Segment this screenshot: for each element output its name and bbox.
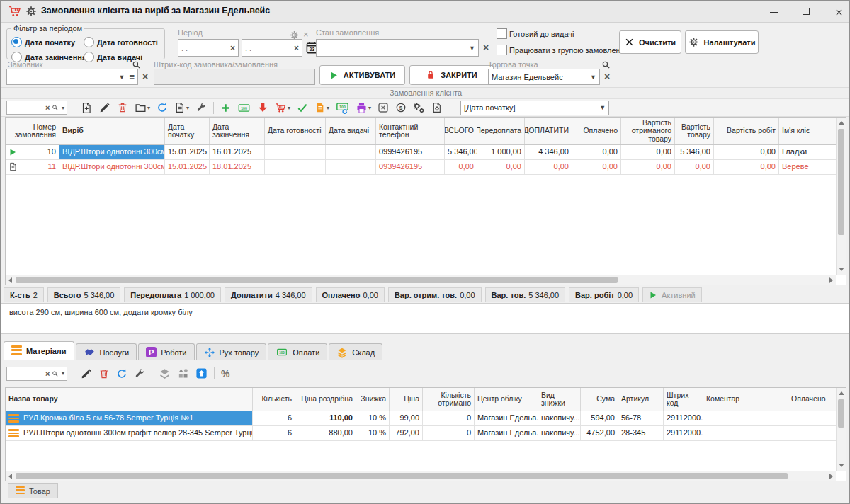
scrollbar-thumb[interactable] (16, 277, 618, 283)
group-orders-checkbox[interactable]: Працювати з групою замовлень (497, 45, 624, 55)
column-header-product[interactable]: Виріб (60, 118, 165, 144)
scroll-down-icon[interactable] (839, 268, 844, 271)
gears-button[interactable] (413, 102, 425, 114)
close-order-button[interactable]: ЗАКРИТИ (409, 65, 494, 85)
document-orange-button[interactable]: ▾ (314, 102, 329, 113)
tab-works[interactable]: P Роботи (138, 343, 194, 360)
copy-document-button[interactable]: ▾ (174, 102, 189, 113)
sort-combo[interactable]: [Дата початку] ▼ (460, 101, 609, 115)
shapes-button[interactable] (177, 367, 189, 379)
orders-search-input[interactable] (9, 103, 43, 113)
scroll-left-icon[interactable] (8, 474, 12, 479)
column-header-qty-received[interactable]: Кількість отримано (423, 388, 475, 411)
scroll-down-icon[interactable] (839, 464, 844, 467)
delete-button[interactable] (117, 102, 128, 113)
column-header-client[interactable]: Ім'я кліє (779, 118, 834, 144)
date-to-field[interactable]: . . × (242, 39, 302, 57)
column-header-comment[interactable]: Коментар (703, 388, 788, 411)
date-from-field[interactable]: . . × (178, 39, 239, 57)
materials-search-box[interactable]: × ▾ (6, 367, 67, 381)
tab-services[interactable]: Послуги (76, 343, 137, 360)
tab-goods-movement[interactable]: Рух товару (196, 343, 267, 360)
orders-horizontal-scrollbar[interactable] (6, 275, 836, 285)
column-header-date-ready[interactable]: Дата готовності (265, 118, 326, 144)
print-button[interactable]: ▾ (356, 102, 371, 114)
configure-button[interactable]: Налаштувати (685, 30, 759, 54)
tab-warehouse[interactable]: Склад (329, 343, 382, 360)
refresh-button[interactable] (157, 102, 168, 113)
barcode-input[interactable] (154, 69, 315, 85)
column-header-qty[interactable]: Кількість (253, 388, 295, 411)
column-header-name[interactable]: Назва товару (6, 388, 253, 411)
list-select-icon[interactable]: ≡ (129, 71, 135, 82)
column-header-works-cost[interactable]: Вартість робіт (714, 118, 779, 144)
shop-combo[interactable]: Магазин Едельвейс ▼ (488, 69, 600, 85)
search-clear-icon[interactable]: × (45, 103, 50, 112)
service-wrench-button[interactable] (196, 102, 207, 113)
customer-combo[interactable]: ▼ ≡ (6, 69, 138, 85)
currency-refresh-button[interactable] (395, 102, 407, 113)
date-to-clear-icon[interactable]: × (294, 43, 299, 53)
column-header-prepaid[interactable]: Передоплата (477, 118, 525, 144)
scrollbar-thumb[interactable] (838, 129, 844, 235)
orders-vertical-scrollbar[interactable] (836, 118, 846, 275)
scroll-right-icon[interactable] (829, 474, 833, 479)
materials-search-input[interactable] (9, 369, 43, 379)
customer-clear-icon[interactable]: × (142, 71, 148, 82)
scroll-up-icon[interactable] (839, 121, 844, 125)
column-header-discount-type[interactable]: Вид знижки (538, 388, 581, 411)
tab-payments[interactable]: Оплати (268, 343, 327, 360)
footer-tab-goods[interactable]: Товар (8, 483, 58, 498)
search-icon[interactable] (52, 103, 59, 112)
column-header-price[interactable]: Ціна (390, 388, 423, 411)
product-cell[interactable]: ВІДР.Штори однотонні 300см ... (60, 145, 165, 159)
column-header-account-center[interactable]: Центр обліку (475, 388, 538, 411)
ready-checkbox[interactable]: Готовий до видачі (497, 28, 574, 39)
document-settings-button[interactable] (431, 102, 443, 113)
upload-blue-button[interactable] (196, 367, 208, 379)
radio-date-start[interactable]: Дата початку (11, 37, 75, 47)
edit-button[interactable] (99, 102, 110, 113)
refresh-button[interactable] (116, 368, 128, 379)
column-header-barcode[interactable]: Штрих-код (664, 388, 703, 411)
column-header-goods-cost[interactable]: Вартість товару (675, 118, 714, 144)
add-plus-button[interactable] (220, 103, 231, 113)
search-icon[interactable] (52, 370, 59, 378)
payment-banknote-button[interactable] (237, 102, 251, 114)
cart-order-button[interactable]: ▾ (275, 102, 290, 114)
material-row[interactable]: РУЛ.Кромка біла 5 см 56-78 Semper Турція… (6, 411, 846, 426)
order-row[interactable]: 10 ВІДР.Штори однотонні 300см ... 15.01.… (6, 145, 846, 160)
maximize-button[interactable] (797, 6, 815, 18)
column-header-sum[interactable]: Сума (581, 388, 618, 411)
percent-button[interactable]: % (221, 368, 230, 379)
download-red-button[interactable] (257, 102, 268, 113)
service-wrench-button[interactable] (134, 368, 145, 379)
materials-vertical-scrollbar[interactable] (836, 388, 846, 471)
column-header-date-issue[interactable]: Дата видачі (326, 118, 376, 144)
close-window-button[interactable] (829, 6, 848, 18)
confirm-check-button[interactable] (297, 102, 308, 113)
scroll-left-icon[interactable] (8, 277, 12, 283)
materials-horizontal-scrollbar[interactable] (6, 471, 836, 481)
shop-clear-icon[interactable]: × (604, 71, 610, 82)
radio-date-ready[interactable]: Дата готовності (84, 37, 158, 47)
folder-button[interactable]: ▾ (135, 102, 150, 114)
column-header-date-start[interactable]: Дата початку (165, 118, 210, 144)
material-row[interactable]: РУЛ.Штори однотонні 300см графіт велюр 2… (6, 426, 846, 441)
layers-button[interactable] (159, 367, 171, 379)
gear-icon[interactable] (26, 6, 37, 17)
date-from-clear-icon[interactable]: × (230, 43, 235, 53)
search-clear-icon[interactable]: × (45, 370, 50, 378)
close-x-square-button[interactable] (378, 102, 389, 113)
column-header-paid[interactable]: Оплачено (788, 388, 834, 411)
column-header-number[interactable]: Номер замовлення (6, 118, 60, 144)
clear-button[interactable]: Очистити (619, 30, 681, 54)
order-state-clear-icon[interactable]: × (483, 42, 489, 53)
order-row[interactable]: 11 ВІДР.Штори однотонні 300см ... 15.01.… (6, 160, 846, 175)
column-header-received-cost[interactable]: Вартість отриманого товару (621, 118, 675, 144)
column-header-total[interactable]: ВСЬОГО (445, 118, 477, 144)
scroll-right-icon[interactable] (829, 277, 833, 283)
orders-search-box[interactable]: × ▾ (6, 101, 67, 115)
add-document-button[interactable] (81, 102, 93, 114)
minimize-button[interactable] (764, 6, 783, 18)
